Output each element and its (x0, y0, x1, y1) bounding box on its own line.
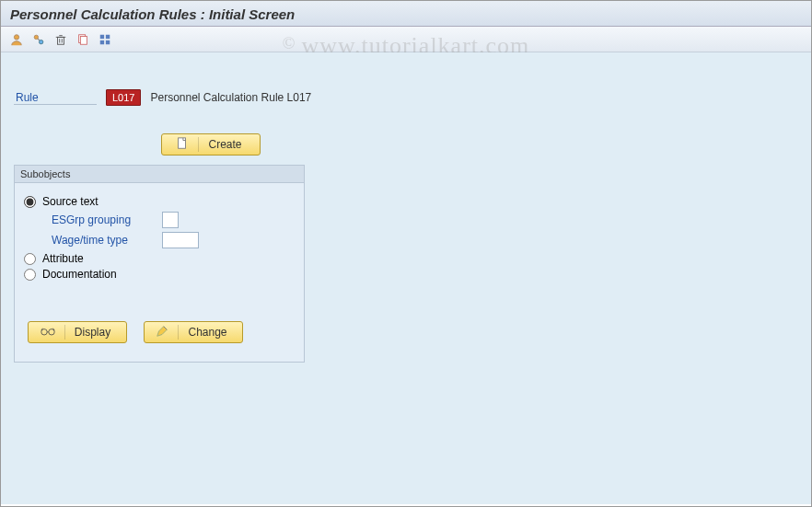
clipboard-icon[interactable] (75, 31, 91, 48)
subobjects-title: Subobjects (15, 166, 304, 183)
radio-attribute-label: Attribute (42, 252, 84, 265)
svg-point-16 (41, 328, 47, 334)
esgrp-input[interactable] (162, 212, 179, 228)
rule-row: Rule L017 Personnel Calculation Rule L01… (14, 89, 798, 106)
grid-icon[interactable] (97, 31, 113, 48)
trash-icon[interactable] (52, 31, 69, 48)
create-button-label: Create (208, 138, 241, 151)
create-button[interactable]: Create (161, 133, 261, 156)
display-button[interactable]: Display (28, 321, 127, 343)
svg-point-17 (49, 328, 54, 334)
radio-source-text-row[interactable]: Source text (24, 195, 295, 208)
esgrp-row: ESGrp grouping (52, 212, 295, 228)
radio-documentation-row[interactable]: Documentation (24, 268, 295, 281)
radio-source-text-label: Source text (42, 195, 99, 208)
svg-rect-12 (106, 34, 110, 38)
radio-attribute-row[interactable]: Attribute (24, 252, 295, 265)
display-button-label: Display (75, 326, 110, 339)
wage-row: Wage/time type (52, 232, 295, 248)
svg-point-2 (39, 40, 42, 43)
person-icon[interactable] (8, 31, 25, 48)
title-text: Personnel Calculation Rules : Initial Sc… (10, 6, 295, 22)
radio-documentation-label: Documentation (42, 268, 117, 281)
window-title: Personnel Calculation Rules : Initial Sc… (1, 1, 811, 27)
svg-rect-15 (179, 137, 186, 147)
rule-label: Rule (14, 91, 97, 105)
svg-rect-4 (58, 37, 64, 44)
rule-description: Personnel Calculation Rule L017 (150, 91, 311, 104)
esgrp-label: ESGrp grouping (52, 213, 155, 226)
subobjects-group: Subobjects Source text ESGrp grouping Wa… (14, 165, 305, 363)
svg-rect-14 (106, 40, 110, 43)
copy-link-icon[interactable] (30, 31, 47, 48)
wage-input[interactable] (162, 232, 199, 248)
change-button-label: Change (188, 326, 226, 339)
svg-rect-10 (80, 36, 87, 44)
document-icon (176, 137, 189, 153)
wage-label: Wage/time type (52, 234, 155, 247)
radio-attribute[interactable] (24, 253, 36, 265)
glasses-icon (41, 326, 55, 340)
button-separator (64, 325, 65, 340)
radio-source-text[interactable] (24, 196, 36, 208)
rule-code-badge[interactable]: L017 (106, 89, 141, 106)
svg-point-1 (34, 35, 38, 39)
svg-line-3 (38, 39, 40, 40)
button-separator (198, 137, 199, 152)
button-separator (178, 325, 179, 340)
svg-rect-13 (100, 40, 104, 43)
radio-documentation[interactable] (24, 269, 36, 281)
pencil-icon (156, 325, 168, 340)
main-content: Rule L017 Personnel Calculation Rule L01… (1, 52, 811, 504)
svg-rect-11 (100, 34, 104, 38)
svg-point-0 (14, 34, 18, 39)
change-button[interactable]: Change (144, 321, 243, 343)
app-toolbar (1, 27, 811, 52)
